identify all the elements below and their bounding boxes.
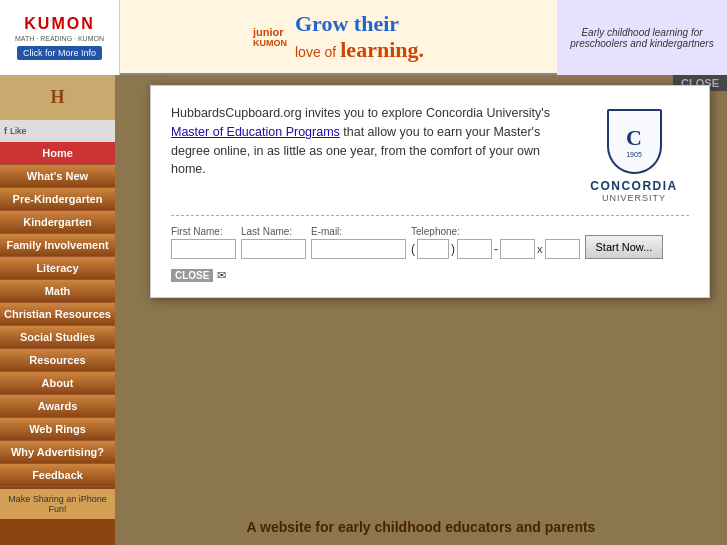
last-name-input[interactable] — [241, 239, 306, 259]
kumon-banner[interactable]: KUMON MATH · READING · KUMON Click for M… — [0, 0, 120, 75]
close-paren: ) — [451, 242, 455, 256]
sidebar-item-christian[interactable]: Christian Resources — [0, 303, 115, 326]
content-area: CLOSE For now begins a journey Of the mo… — [115, 75, 727, 545]
sidebar-item-literacy[interactable]: Literacy — [0, 257, 115, 280]
concordia-logo-col: C 1905 CONCORDIA UNIVERSITY — [579, 104, 689, 203]
sidebar-item-math[interactable]: Math — [0, 280, 115, 303]
site-logo-area: H — [0, 75, 115, 120]
sidebar: H f Like Home What's New Pre-Kindergarte… — [0, 75, 115, 545]
tel-main-input[interactable] — [457, 239, 492, 259]
last-name-label: Last Name: — [241, 226, 306, 237]
email-label: E-mail: — [311, 226, 406, 237]
concordia-shield: C 1905 — [607, 109, 662, 174]
modal-close-bar[interactable]: CLOSE ✉ — [171, 269, 689, 282]
junior-label: junior KUMON — [253, 26, 287, 48]
early-childhood-banner: Early childhood learning for preschooler… — [557, 0, 727, 75]
kumon-link[interactable]: Click for More Info — [17, 46, 102, 60]
love-text: love of — [295, 44, 336, 60]
nav-menu: Home What's New Pre-Kindergarten Kinderg… — [0, 142, 115, 487]
telephone-inputs: ( ) - x — [411, 239, 580, 259]
tel-second-input[interactable] — [500, 239, 535, 259]
modal-text-col: HubbardsCupboard.org invites you to expl… — [171, 104, 564, 203]
concordia-university-label: UNIVERSITY — [602, 193, 666, 203]
sidebar-item-web-rings[interactable]: Web Rings — [0, 418, 115, 441]
concordia-name: CONCORDIA — [590, 179, 678, 193]
grow-love-learning: Grow their love of learning. — [295, 11, 424, 63]
sidebar-item-feedback[interactable]: Feedback — [0, 464, 115, 487]
open-paren: ( — [411, 242, 415, 256]
start-now-button[interactable]: Start Now... — [585, 235, 664, 259]
sidebar-item-whats-new[interactable]: What's New — [0, 165, 115, 188]
junior-banner-inner: junior KUMON Grow their love of learning… — [253, 11, 424, 63]
first-name-input[interactable] — [171, 239, 236, 259]
email-field: E-mail: — [311, 226, 406, 259]
tel-ext-input[interactable] — [545, 239, 580, 259]
first-name-label: First Name: — [171, 226, 236, 237]
sidebar-item-resources[interactable]: Resources — [0, 349, 115, 372]
tel-area-input[interactable] — [417, 239, 449, 259]
tel-dash: - — [494, 242, 498, 256]
fb-icon: f — [4, 126, 7, 136]
learning-text: learning. — [340, 37, 424, 63]
fb-like-area[interactable]: f Like — [0, 120, 115, 142]
concordia-year: 1905 — [626, 151, 642, 158]
modal-description: HubbardsCupboard.org invites you to expl… — [171, 104, 564, 179]
email-input[interactable] — [311, 239, 406, 259]
main-layout: H f Like Home What's New Pre-Kindergarte… — [0, 75, 727, 545]
sidebar-item-awards[interactable]: Awards — [0, 395, 115, 418]
kumon-subtitle: MATH · READING · KUMON — [15, 35, 104, 42]
tel-ext-label: x — [537, 243, 543, 255]
sidebar-item-home[interactable]: Home — [0, 142, 115, 165]
fb-like-label[interactable]: Like — [10, 126, 27, 136]
site-logo: H — [50, 87, 64, 108]
make-sharing-promo[interactable]: Make Sharing an iPhone Fun! — [0, 489, 115, 519]
modal-body: HubbardsCupboard.org invites you to expl… — [171, 104, 689, 203]
concordia-c: C — [626, 125, 642, 151]
modal-box: HubbardsCupboard.org invites you to expl… — [150, 85, 710, 298]
junior-kumon-banner[interactable]: junior KUMON Grow their love of learning… — [120, 0, 557, 73]
sidebar-item-social-studies[interactable]: Social Studies — [0, 326, 115, 349]
modal-close-label[interactable]: CLOSE — [171, 269, 213, 282]
master-of-education-link[interactable]: Master of Education Programs — [171, 125, 340, 139]
sidebar-item-pre-k[interactable]: Pre-Kindergarten — [0, 188, 115, 211]
kumon-logo: KUMON — [24, 15, 94, 33]
sidebar-item-why-advertising[interactable]: Why Advertising? — [0, 441, 115, 464]
telephone-label: Telephone: — [411, 226, 580, 237]
top-banner: KUMON MATH · READING · KUMON Click for M… — [0, 0, 727, 75]
sidebar-item-family[interactable]: Family Involvement — [0, 234, 115, 257]
modal-form: First Name: Last Name: E-mail: Telephone… — [171, 215, 689, 259]
sidebar-item-kindergarten[interactable]: Kindergarten — [0, 211, 115, 234]
first-name-field: First Name: — [171, 226, 236, 259]
close-envelope-icon: ✉ — [217, 269, 226, 282]
sidebar-item-about[interactable]: About — [0, 372, 115, 395]
telephone-group: Telephone: ( ) - x — [411, 226, 580, 259]
last-name-field: Last Name: — [241, 226, 306, 259]
